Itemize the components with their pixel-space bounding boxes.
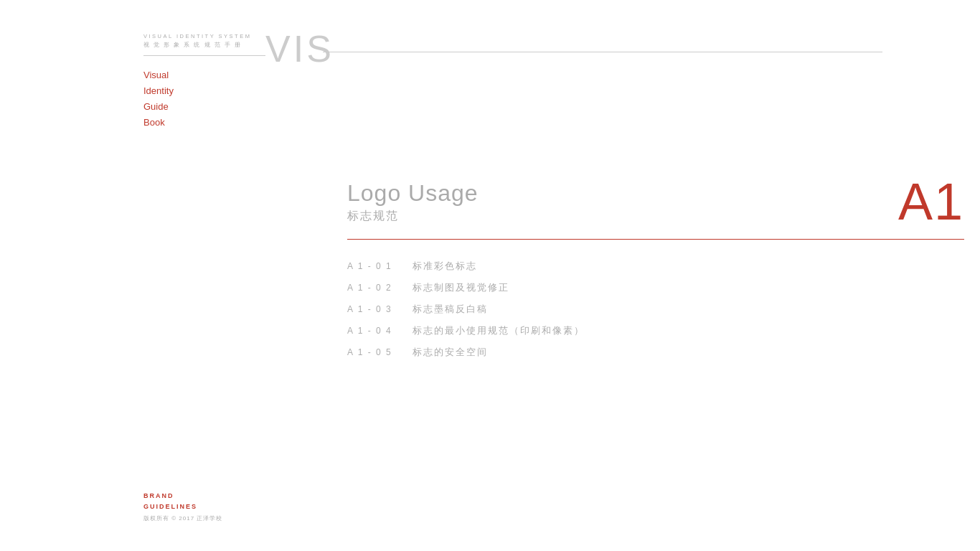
section-header: Logo Usage 标志规范 A1 <box>347 179 964 225</box>
toc-item-1: A 1 - 0 1 标准彩色标志 <box>347 260 964 273</box>
toc-code-5: A 1 - 0 5 <box>347 347 392 357</box>
page-container: VISUAL IDENTITY SYSTEM 视 觉 形 象 系 统 规 范 手… <box>0 0 980 551</box>
top-horizontal-line <box>323 52 882 52</box>
toc-code-4: A 1 - 0 4 <box>347 326 392 336</box>
toc-text-4: 标志的最小使用规范（印刷和像素） <box>413 324 585 337</box>
vis-label-cn: 视 觉 形 象 系 统 规 范 手 册 <box>143 41 265 50</box>
toc-code-3: A 1 - 0 3 <box>347 304 392 314</box>
brand-line1: BRAND <box>143 492 174 499</box>
section-code: A1 <box>898 176 964 227</box>
copyright-text: 版权所有 © 2017 正泽学校 <box>143 514 222 522</box>
toc-item-2: A 1 - 0 2 标志制图及视觉修正 <box>347 281 964 294</box>
brand-line2: GUIDELINES <box>143 503 197 510</box>
section-divider <box>347 239 964 240</box>
vis-label-en: VISUAL IDENTITY SYSTEM <box>143 32 265 41</box>
sidebar-nav-item-identity[interactable]: Identity <box>143 83 265 99</box>
toc-item-5: A 1 - 0 5 标志的安全空间 <box>347 346 964 359</box>
sidebar: VISUAL IDENTITY SYSTEM 视 觉 形 象 系 统 规 范 手… <box>0 0 265 551</box>
toc-list: A 1 - 0 1 标准彩色标志 A 1 - 0 2 标志制图及视觉修正 A 1… <box>347 260 964 359</box>
toc-code-2: A 1 - 0 2 <box>347 283 392 293</box>
section-title-block: Logo Usage 标志规范 <box>347 179 964 225</box>
toc-text-1: 标准彩色标志 <box>413 260 477 273</box>
toc-text-5: 标志的安全空间 <box>413 346 488 359</box>
sidebar-nav-item-guide[interactable]: Guide <box>143 99 265 115</box>
toc-item-4: A 1 - 0 4 标志的最小使用规范（印刷和像素） <box>347 324 964 337</box>
section-title-en: Logo Usage <box>347 179 964 207</box>
toc-text-2: 标志制图及视觉修正 <box>413 281 509 294</box>
header-top: VISUAL IDENTITY SYSTEM 视 觉 形 象 系 统 规 范 手… <box>143 32 265 50</box>
footer: BRAND GUIDELINES 版权所有 © 2017 正泽学校 <box>143 491 222 522</box>
toc-code-1: A 1 - 0 1 <box>347 261 392 271</box>
toc-item-3: A 1 - 0 3 标志墨稿反白稿 <box>347 303 964 316</box>
sidebar-nav-item-book[interactable]: Book <box>143 115 265 131</box>
sidebar-divider <box>143 55 265 56</box>
section-title-cn: 标志规范 <box>347 208 964 224</box>
sidebar-nav-item-visual[interactable]: Visual <box>143 67 265 83</box>
sidebar-nav: Visual Identity Guide Book <box>143 67 265 131</box>
brand-guidelines: BRAND GUIDELINES <box>143 491 222 512</box>
main-content: Logo Usage 标志规范 A1 A 1 - 0 1 标准彩色标志 A 1 … <box>347 179 964 359</box>
vis-large-text: VIS <box>265 27 334 70</box>
toc-text-3: 标志墨稿反白稿 <box>413 303 488 316</box>
